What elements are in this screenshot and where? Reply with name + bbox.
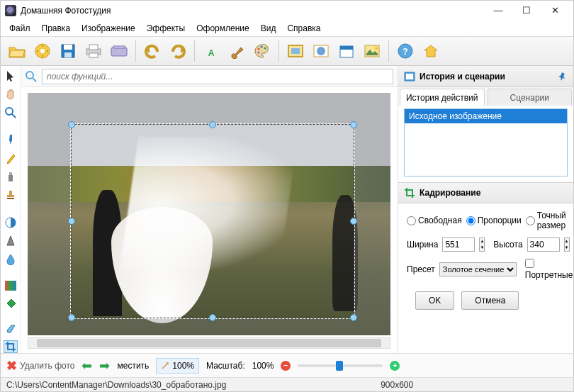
redo-icon[interactable] xyxy=(166,39,190,63)
search-input[interactable] xyxy=(42,69,393,84)
pencil-tool-icon[interactable] xyxy=(4,152,18,164)
search-icon xyxy=(25,70,38,83)
svg-point-22 xyxy=(317,47,325,55)
horizontal-scrollbar[interactable] xyxy=(28,337,390,349)
gradient-tool-icon[interactable] xyxy=(4,281,18,291)
menu-edit[interactable]: Правка xyxy=(36,22,77,35)
ok-button[interactable]: OK xyxy=(415,291,454,310)
history-list[interactable]: Исходное изображение xyxy=(404,108,568,177)
crop-handle-s[interactable] xyxy=(209,314,216,321)
crop-tool-icon[interactable] xyxy=(4,340,18,353)
scan-icon[interactable] xyxy=(107,39,131,63)
calendar-icon[interactable] xyxy=(334,39,359,63)
tab-history[interactable]: История действий xyxy=(400,89,485,106)
svg-point-2 xyxy=(42,45,44,47)
wand-icon xyxy=(161,362,169,370)
postcard-icon[interactable] xyxy=(360,39,384,63)
next-arrow-icon[interactable]: ➡ xyxy=(99,358,110,374)
zoom-in-icon[interactable]: + xyxy=(390,361,400,371)
fit-zoom-button[interactable]: 100% xyxy=(156,358,199,374)
frame-icon[interactable] xyxy=(283,39,308,63)
menu-image[interactable]: Изображение xyxy=(76,22,141,35)
zoom-slider[interactable] xyxy=(298,364,383,367)
height-input[interactable] xyxy=(527,237,560,252)
height-spinner[interactable]: ▲▼ xyxy=(564,237,570,252)
contrast-tool-icon[interactable] xyxy=(4,217,18,228)
crop-handle-n[interactable] xyxy=(209,121,216,128)
pin-icon[interactable] xyxy=(558,72,568,82)
svg-point-17 xyxy=(264,47,266,49)
menu-file[interactable]: Файл xyxy=(4,22,36,35)
undo-icon[interactable] xyxy=(140,39,164,63)
crop-handle-se[interactable] xyxy=(350,314,357,321)
close-button[interactable]: ✕ xyxy=(541,2,569,19)
hand-tool-icon[interactable] xyxy=(4,89,18,100)
radio-free[interactable]: Свободная xyxy=(407,215,462,225)
menu-view[interactable]: Вид xyxy=(255,22,282,35)
width-input[interactable] xyxy=(442,237,475,252)
print-icon[interactable] xyxy=(81,39,106,63)
svg-point-1 xyxy=(40,49,45,53)
crop-handle-ne[interactable] xyxy=(350,121,357,128)
svg-point-32 xyxy=(6,108,13,115)
prev-arrow-icon[interactable]: ⬅ xyxy=(81,358,92,374)
svg-point-4 xyxy=(37,50,39,52)
preset-select[interactable]: Золотое сечение xyxy=(439,262,517,276)
svg-line-40 xyxy=(33,78,36,82)
spray-tool-icon[interactable] xyxy=(4,171,18,182)
main-toolbar: A ? xyxy=(1,36,573,66)
svg-point-18 xyxy=(257,51,259,53)
home-icon[interactable] xyxy=(419,39,443,63)
scale-label: Масштаб: xyxy=(206,361,245,371)
menubar: Файл Правка Изображение Эффекты Оформлен… xyxy=(1,21,573,36)
photo-preview xyxy=(28,93,390,335)
history-item[interactable]: Исходное изображение xyxy=(405,109,567,123)
pointer-tool-icon[interactable] xyxy=(4,70,18,82)
svg-rect-42 xyxy=(406,74,413,79)
crop-handle-nw[interactable] xyxy=(68,121,75,128)
svg-text:?: ? xyxy=(403,47,407,57)
portrait-checkbox[interactable]: Портретные xyxy=(525,259,573,280)
delete-icon: ✖ xyxy=(6,358,17,374)
tab-scenarios[interactable]: Сценарии xyxy=(488,89,573,106)
catalog-icon[interactable] xyxy=(30,39,55,63)
save-icon[interactable] xyxy=(56,39,80,63)
preset-label: Пресет xyxy=(407,264,435,274)
palette-icon[interactable] xyxy=(250,39,274,63)
svg-point-16 xyxy=(260,45,262,47)
menu-decoration[interactable]: Оформление xyxy=(191,22,254,35)
sharpen-tool-icon[interactable] xyxy=(4,235,18,247)
width-spinner[interactable]: ▲▼ xyxy=(479,237,485,252)
brush-tool-icon[interactable] xyxy=(4,134,18,145)
svg-rect-38 xyxy=(5,281,16,291)
zoom-tool-icon[interactable] xyxy=(4,107,18,118)
crop-rectangle[interactable] xyxy=(71,124,354,318)
menu-effects[interactable]: Эффекты xyxy=(141,22,191,35)
stamp-tool-icon[interactable] xyxy=(4,189,18,201)
radio-proportions[interactable]: Пропорции xyxy=(466,215,522,225)
zoom-out-icon[interactable]: − xyxy=(281,361,291,371)
crop-handle-e[interactable] xyxy=(350,218,357,225)
menu-help[interactable]: Справка xyxy=(281,22,326,35)
brush-icon[interactable] xyxy=(225,39,249,63)
mask-icon[interactable] xyxy=(309,39,333,63)
svg-text:A: A xyxy=(208,48,215,58)
svg-rect-35 xyxy=(9,172,12,175)
radio-exact[interactable]: Точный размер xyxy=(526,211,566,230)
cancel-button[interactable]: Отмена xyxy=(461,291,519,310)
canvas[interactable] xyxy=(21,87,398,353)
crop-handle-sw[interactable] xyxy=(68,314,75,321)
fill-tool-icon[interactable] xyxy=(4,298,18,308)
app-icon xyxy=(5,5,16,16)
svg-rect-36 xyxy=(7,198,14,199)
help-icon[interactable]: ? xyxy=(393,39,417,63)
text-icon[interactable]: A xyxy=(199,39,223,63)
eraser-tool-icon[interactable] xyxy=(4,323,18,333)
svg-rect-8 xyxy=(64,52,72,57)
open-icon[interactable] xyxy=(5,39,29,63)
crop-handle-w[interactable] xyxy=(68,218,75,225)
minimize-button[interactable]: — xyxy=(484,2,512,19)
maximize-button[interactable]: ☐ xyxy=(512,2,541,19)
blur-tool-icon[interactable] xyxy=(4,254,18,265)
delete-photo-button[interactable]: ✖ Удалить фото xyxy=(6,358,74,374)
